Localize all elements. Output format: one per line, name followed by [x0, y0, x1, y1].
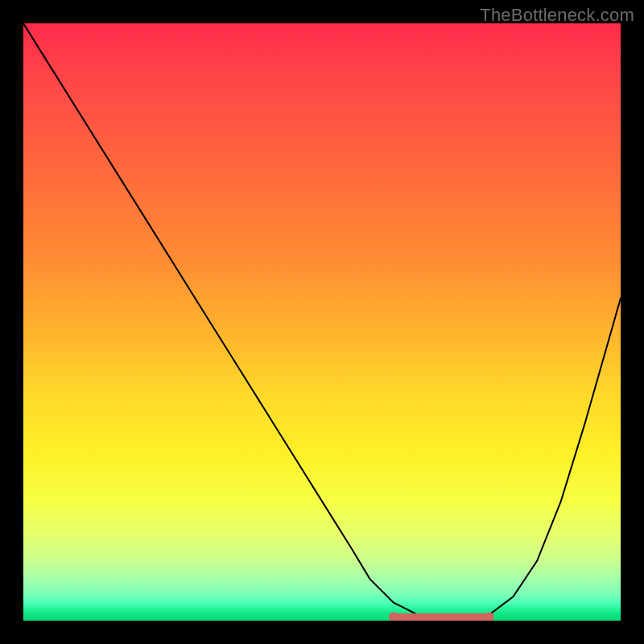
bottleneck-curve-svg — [23, 23, 621, 621]
bottleneck-curve — [23, 23, 621, 618]
chart-stage: TheBottleneck.com — [0, 0, 644, 644]
plot-area — [23, 23, 621, 621]
